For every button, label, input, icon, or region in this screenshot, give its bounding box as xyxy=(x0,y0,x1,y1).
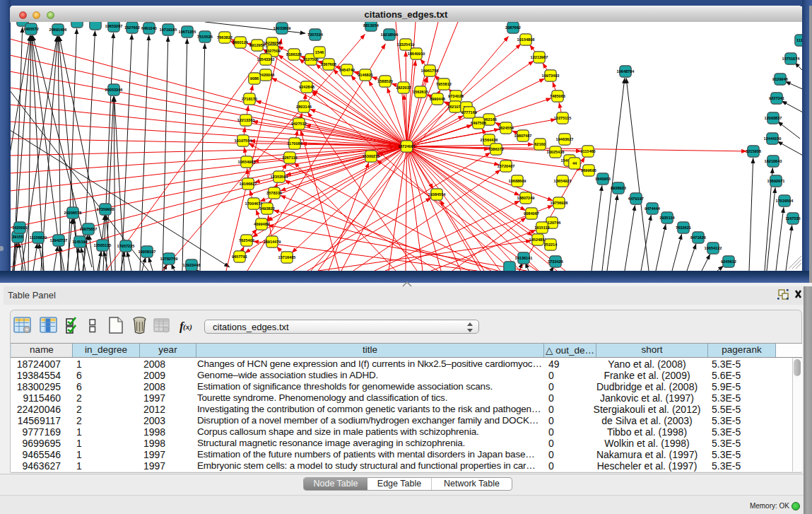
svg-text:1546: 1546 xyxy=(315,50,324,54)
svg-text:7386372: 7386372 xyxy=(488,147,504,151)
svg-text:2367608: 2367608 xyxy=(321,62,336,66)
svg-text:8990448: 8990448 xyxy=(430,97,445,101)
svg-text:12275115: 12275115 xyxy=(554,116,572,120)
svg-text:15716485: 15716485 xyxy=(278,255,296,259)
svg-text:15720407: 15720407 xyxy=(498,164,515,168)
svg-text:10654122: 10654122 xyxy=(705,246,722,250)
svg-text:10654983: 10654983 xyxy=(238,160,256,164)
svg-text:9242848: 9242848 xyxy=(299,85,314,89)
svg-text:17957225: 17957225 xyxy=(117,244,135,248)
svg-text:12942737: 12942737 xyxy=(50,238,68,243)
svg-text:9474444: 9474444 xyxy=(645,206,661,211)
svg-text:9657791: 9657791 xyxy=(232,255,247,259)
svg-text:1733426: 1733426 xyxy=(548,259,563,264)
svg-text:10671355: 10671355 xyxy=(179,30,196,34)
svg-text:1527602: 1527602 xyxy=(124,25,140,30)
svg-text:9129946: 9129946 xyxy=(772,77,788,81)
svg-text:17004678: 17004678 xyxy=(245,201,263,206)
svg-text:1822037: 1822037 xyxy=(396,86,411,90)
svg-text:7485063: 7485063 xyxy=(550,94,565,98)
svg-text:10975857: 10975857 xyxy=(80,227,98,231)
svg-text:1562615: 1562615 xyxy=(413,90,428,94)
svg-text:13325419: 13325419 xyxy=(397,42,415,47)
svg-text:18640910: 18640910 xyxy=(408,52,425,56)
svg-text:9084067: 9084067 xyxy=(524,211,539,216)
svg-text:20691406: 20691406 xyxy=(49,28,67,32)
svg-text:15692971: 15692971 xyxy=(767,179,785,183)
svg-text:10782759: 10782759 xyxy=(160,257,178,261)
svg-text:10025438: 10025438 xyxy=(547,150,565,154)
svg-text:9115460: 9115460 xyxy=(580,149,595,153)
svg-text:19166827: 19166827 xyxy=(240,182,257,186)
svg-text:15751074: 15751074 xyxy=(782,57,801,61)
svg-text:12093837: 12093837 xyxy=(765,116,782,120)
svg-text:2803144: 2803144 xyxy=(296,105,312,109)
svg-text:16914479: 16914479 xyxy=(264,240,281,244)
svg-text:17016504: 17016504 xyxy=(776,199,794,203)
svg-text:7625402: 7625402 xyxy=(239,238,254,243)
svg-text:19463627: 19463627 xyxy=(556,137,574,141)
svg-text:6497508: 6497508 xyxy=(471,121,486,125)
svg-text:11156829: 11156829 xyxy=(30,235,47,240)
svg-text:21564436: 21564436 xyxy=(481,138,498,142)
svg-text:9245612: 9245612 xyxy=(721,259,736,264)
svg-text:12444150: 12444150 xyxy=(764,136,782,141)
svg-text:9427512: 9427512 xyxy=(291,122,307,126)
svg-text:9227341: 9227341 xyxy=(769,96,784,100)
svg-text:20206578: 20206578 xyxy=(64,211,82,215)
svg-text:8186328: 8186328 xyxy=(286,52,302,57)
svg-text:(x): (x) xyxy=(183,322,192,332)
svg-text:10688609: 10688609 xyxy=(509,179,526,183)
svg-text:10807487: 10807487 xyxy=(514,134,532,138)
svg-text:62160: 62160 xyxy=(534,142,546,146)
svg-text:18807249: 18807249 xyxy=(517,196,535,200)
svg-text:7632621: 7632621 xyxy=(676,226,691,230)
svg-text:19756928: 19756928 xyxy=(551,201,568,205)
svg-text:14524851: 14524851 xyxy=(529,238,547,242)
svg-text:7663822: 7663822 xyxy=(217,35,233,40)
svg-text:16961758: 16961758 xyxy=(421,69,439,73)
svg-text:7955812: 7955812 xyxy=(436,82,452,86)
svg-text:4099489: 4099489 xyxy=(254,222,269,226)
svg-text:7515526: 7515526 xyxy=(197,35,213,39)
svg-text:16033809: 16033809 xyxy=(273,26,291,30)
svg-text:15226058: 15226058 xyxy=(264,41,281,45)
svg-text:252214: 252214 xyxy=(544,243,558,247)
svg-text:10543362: 10543362 xyxy=(257,57,275,62)
svg-text:1588520: 1588520 xyxy=(377,79,393,83)
svg-text:1405572: 1405572 xyxy=(23,27,39,31)
svg-text:9777169: 9777169 xyxy=(461,110,477,115)
svg-text:8660124: 8660124 xyxy=(233,40,249,45)
svg-text:10958107: 10958107 xyxy=(139,250,156,254)
svg-text:9327509: 9327509 xyxy=(265,49,281,53)
svg-text:2718170: 2718170 xyxy=(242,97,257,101)
svg-text:12213967: 12213967 xyxy=(531,55,548,59)
svg-text:1435001: 1435001 xyxy=(12,226,28,230)
svg-text:1167535: 1167535 xyxy=(785,216,800,221)
svg-text:9734028: 9734028 xyxy=(448,94,464,98)
svg-text:8813054: 8813054 xyxy=(363,23,379,28)
svg-text:8471626: 8471626 xyxy=(690,235,706,240)
svg-text:12923448: 12923448 xyxy=(183,263,201,267)
svg-text:10648784: 10648784 xyxy=(617,69,635,74)
svg-text:10719185: 10719185 xyxy=(160,28,177,32)
svg-text:19384554: 19384554 xyxy=(428,192,447,197)
svg-text:39155: 39155 xyxy=(12,235,23,239)
svg-text:1170084: 1170084 xyxy=(287,141,302,146)
svg-text:12353594: 12353594 xyxy=(271,175,289,179)
svg-text:10107554: 10107554 xyxy=(235,139,253,143)
svg-text:1615112: 1615112 xyxy=(534,226,549,230)
svg-text:12213363: 12213363 xyxy=(237,118,255,122)
svg-text:6479197: 6479197 xyxy=(628,197,644,201)
svg-text:10154808: 10154808 xyxy=(517,37,535,42)
svg-text:9699695: 9699695 xyxy=(581,168,596,173)
svg-text:8938923: 8938923 xyxy=(611,186,626,190)
svg-text:2935114: 2935114 xyxy=(659,216,675,220)
svg-text:8454749: 8454749 xyxy=(339,68,355,72)
svg-text:2087662: 2087662 xyxy=(505,25,521,30)
svg-text:6461040: 6461040 xyxy=(141,26,157,30)
svg-text:3578334: 3578334 xyxy=(266,191,283,195)
svg-text:3267110: 3267110 xyxy=(282,156,297,160)
svg-text:15300275: 15300275 xyxy=(363,154,380,158)
svg-text:10973493: 10973493 xyxy=(542,74,560,78)
